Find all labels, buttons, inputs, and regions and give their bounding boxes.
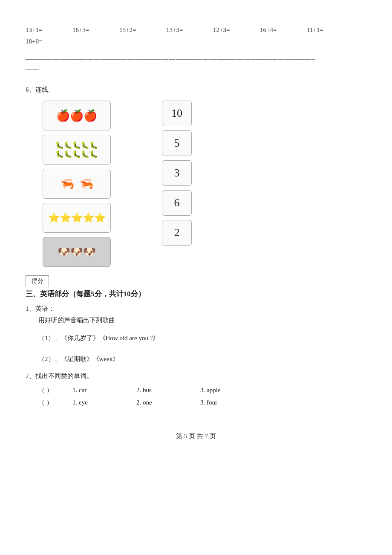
score-box: 得分 [26, 275, 49, 287]
word-col-2-3: 3. four [200, 399, 264, 406]
stars-icon: ⭐⭐⭐⭐⭐ [48, 212, 106, 223]
math-expr-7: 11+1= [307, 26, 341, 35]
word-bracket-2: （ ） [38, 399, 72, 407]
math-expr-8: 18+0= [26, 37, 72, 46]
bugs-icon: 🐛🐛🐛🐛🐛 🐛🐛🐛🐛🐛 [43, 139, 110, 160]
apples-box: 🍎🍎🍎 [43, 101, 111, 130]
blank-row: —————— —————— —————— —————— —————— —————… [26, 55, 366, 64]
blank-2: —————— [66, 55, 107, 64]
dogs-icon: 🐶🐶🐶 [58, 246, 96, 258]
math-row-1: 13+1= 16+3= 15+2= 13+3= 12+3= 16+4= 11+1… [26, 26, 366, 35]
stars-box: ⭐⭐⭐⭐⭐ [43, 203, 111, 233]
q1-instruction: 用好听的声音唱出下列歌曲 [38, 316, 366, 324]
word-row-1: （ ） 1. car 2. bus 3. apple [38, 386, 366, 394]
dogs-box: 🐶🐶🐶 [43, 237, 111, 267]
connect-section: 6、连线。 🍎🍎🍎 🐛🐛🐛🐛🐛 🐛🐛🐛🐛🐛 🦐 🦐 ⭐⭐⭐⭐⭐ [26, 86, 366, 267]
fish-box: 🦐 🦐 [43, 169, 111, 199]
connect-area: 🍎🍎🍎 🐛🐛🐛🐛🐛 🐛🐛🐛🐛🐛 🦐 🦐 ⭐⭐⭐⭐⭐ 🐶🐶🐶 [43, 101, 366, 267]
blank-9: —— [26, 65, 39, 73]
word-col-1-3: 3. apple [200, 387, 264, 394]
blank-4: —————— [148, 55, 189, 64]
page-number: 第 5 页 共 7 页 [176, 433, 216, 439]
song-1: （1）、《你几岁了》《How old are you ?》 [38, 331, 366, 345]
bugs-box: 🐛🐛🐛🐛🐛 🐛🐛🐛🐛🐛 [43, 135, 111, 165]
num-3: 3 [162, 160, 192, 186]
math-expr-6: 16+4= [260, 26, 307, 35]
word-col-2-2: 2. one [136, 399, 200, 406]
blank-3: —————— [107, 55, 148, 64]
blank-1: —————— [26, 55, 66, 64]
word-row-2: （ ） 1. eye 2. one 3. four [38, 399, 366, 407]
math-row-2: 18+0= [26, 37, 366, 46]
word-col-2-1: 1. eye [72, 399, 136, 406]
score-section: 得分 [26, 275, 366, 287]
math-expr-3: 15+2= [119, 26, 166, 35]
blank-5: —————— [189, 55, 230, 64]
section3-header: 三、英语部分（每题5分，共计10分） [26, 289, 366, 299]
left-items: 🍎🍎🍎 🐛🐛🐛🐛🐛 🐛🐛🐛🐛🐛 🦐 🦐 ⭐⭐⭐⭐⭐ 🐶🐶🐶 [43, 101, 111, 267]
word-col-1-1: 1. car [72, 387, 136, 394]
num-6: 6 [162, 190, 192, 216]
blank-8: – [312, 55, 320, 64]
english-section: 1、英语： 用好听的声音唱出下列歌曲 （1）、《你几岁了》《How old ar… [26, 305, 366, 407]
q1-label: 1、英语： [26, 305, 366, 313]
fish-icon: 🦐 🦐 [61, 177, 93, 191]
num-2: 2 [162, 220, 192, 246]
q2-label: 2、找出不同类的单词。 [26, 372, 366, 380]
blank-6: —————— [230, 55, 271, 64]
word-bracket-1: （ ） [38, 386, 72, 394]
math-expr-1: 13+1= [26, 26, 72, 35]
math-expr-5: 12+3= [213, 26, 260, 35]
page-footer: 第 5 页 共 7 页 [26, 432, 366, 440]
word-question: （ ） 1. car 2. bus 3. apple （ ） 1. eye 2.… [26, 386, 366, 407]
connect-label: 6、连线。 [26, 86, 366, 94]
section3-title: 三、英语部分（每题5分，共计10分） [26, 289, 145, 299]
word-col-1-2: 2. bus [136, 387, 200, 394]
right-items: 10 5 3 6 2 [162, 101, 192, 246]
math-expr-4: 13+3= [166, 26, 213, 35]
math-expr-2: 16+3= [72, 26, 119, 35]
num-10: 10 [162, 101, 192, 126]
song-2: （2）、《星期歌》《week》 [38, 352, 366, 366]
blank-7: —————— [271, 55, 312, 64]
num-5: 5 [162, 130, 192, 156]
score-label: 得分 [32, 278, 43, 285]
apples-icon: 🍎🍎🍎 [56, 109, 97, 122]
